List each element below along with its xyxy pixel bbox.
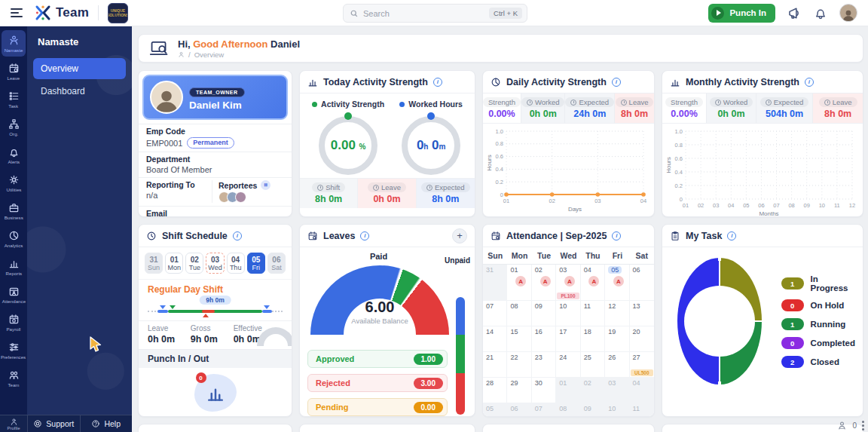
sidebar-item-overview[interactable]: Overview (33, 58, 126, 79)
calendar-day-02[interactable]: 02 (581, 378, 605, 403)
sidebar-rail-item-utilities[interactable]: Utilities (2, 170, 26, 196)
calendar-day-01[interactable]: 01 (556, 378, 580, 403)
calendar-day-27[interactable]: 27UL500 (630, 352, 654, 378)
sidebar-item-dashboard[interactable]: Dashboard (33, 81, 126, 102)
calendar-day-02[interactable]: 02A (532, 265, 556, 301)
shift-day-wed[interactable]: 03Wed (206, 253, 224, 274)
more-options-kebab-icon[interactable] (862, 421, 864, 430)
info-icon[interactable] (360, 231, 369, 241)
calendar-day-07[interactable]: 07 (483, 301, 507, 326)
user-avatar[interactable] (839, 4, 857, 22)
calendar-day-06[interactable]: 06 (630, 265, 654, 301)
search-input[interactable] (363, 9, 484, 18)
calendar-day-03[interactable]: 03 (605, 378, 629, 403)
sidebar-rail-item-attendance[interactable]: Attendance (2, 281, 26, 308)
svg-text:0.2: 0.2 (496, 179, 503, 185)
partial-card (299, 424, 475, 432)
payroll-calendar-icon (8, 314, 20, 325)
calendar-day-06[interactable]: 06 (507, 403, 531, 417)
app-logo[interactable]: Team (35, 5, 89, 21)
calendar-day-25[interactable]: 25 (581, 352, 605, 378)
info-icon[interactable] (233, 231, 242, 241)
sidebar-rail-item-task[interactable]: Task (2, 86, 26, 112)
sidebar-rail-item-preferences[interactable]: Preferences (2, 337, 26, 363)
info-icon[interactable] (727, 231, 736, 241)
calendar-day-17[interactable]: 17 (556, 326, 580, 352)
calendar-day-28[interactable]: 28 (483, 378, 507, 403)
reportees-avatars[interactable] (219, 191, 284, 203)
calendar-day-14[interactable]: 14 (483, 326, 507, 352)
sidebar-rail-item-reports[interactable]: Reports (2, 253, 26, 280)
svg-text:04: 04 (728, 202, 734, 209)
calendar-day-08[interactable]: 08 (507, 301, 531, 326)
shift-day-sun[interactable]: 31Sun (145, 253, 163, 274)
announcements-megaphone-icon[interactable] (787, 6, 802, 20)
calendar-day-10[interactable]: 10 (605, 403, 629, 417)
shift-day-sat[interactable]: 06Sat (267, 253, 286, 274)
sidebar-rail-item-payroll[interactable]: Payroll (2, 309, 26, 335)
shift-duration-badge: 9h 0m (199, 296, 231, 305)
sidebar-rail-item-team[interactable]: Team (2, 365, 26, 391)
calendar-day-30[interactable]: 30 (532, 378, 556, 403)
reporting-row: Reporting To n/a Reportees ⌗ (139, 177, 292, 206)
calendar-day-11[interactable]: 11 (630, 403, 654, 417)
calendar-day-31[interactable]: 31 (483, 265, 507, 301)
sidebar-rail-item-leave[interactable]: Leave (2, 58, 26, 84)
calendar-day-13[interactable]: 13 (630, 301, 654, 326)
calendar-day-01[interactable]: 01A (507, 265, 531, 301)
company-logo-badge[interactable]: UNIQUE SOLUTIONS (108, 3, 128, 23)
calendar-day-23[interactable]: 23 (532, 352, 556, 378)
global-search[interactable]: Ctrl + K (343, 4, 527, 23)
stat-leave: Leave8h 0m (615, 93, 654, 123)
calendar-day-09[interactable]: 09 (532, 301, 556, 326)
sidebar-rail-item-namaste[interactable]: Namaste (2, 30, 26, 57)
calendar-day-26[interactable]: 26 (605, 352, 629, 378)
calendar-day-20[interactable]: 20 (630, 326, 654, 352)
shift-day-thu[interactable]: 04Thu (227, 253, 245, 274)
svg-text:Days: Days (568, 206, 582, 213)
sidebar-rail-item-org[interactable]: Org. (2, 114, 26, 140)
shift-day-tue[interactable]: 02Tue (185, 253, 203, 274)
weekday-sun: Sun (483, 247, 507, 264)
shift-day-mon[interactable]: 01Mon (165, 253, 183, 274)
support-button[interactable]: Support (27, 415, 80, 432)
shift-day-fri[interactable]: 05Fri (247, 253, 265, 274)
info-icon[interactable] (612, 78, 621, 87)
help-button[interactable]: Help (80, 415, 133, 432)
svg-text:06: 06 (758, 202, 764, 209)
profile-hero[interactable]: TEAM_OWNER Daniel Kim (142, 75, 288, 120)
calendar-day-07[interactable]: 07 (532, 403, 556, 417)
calendar-day-12[interactable]: 12 (605, 301, 629, 326)
calendar-day-19[interactable]: 19 (605, 326, 629, 352)
punch-in-button[interactable]: Punch In (708, 4, 775, 23)
calendar-day-16[interactable]: 16 (532, 326, 556, 352)
calendar-day-04[interactable]: 04A (581, 265, 605, 301)
calendar-day-18[interactable]: 18 (581, 326, 605, 352)
calendar-day-05[interactable]: 05A (605, 265, 629, 301)
calendar-day-24[interactable]: 24 (556, 352, 580, 378)
calendar-day-21[interactable]: 21 (483, 352, 507, 378)
info-icon[interactable] (805, 78, 814, 87)
hierarchy-icon[interactable]: ⌗ (261, 180, 270, 190)
calendar-day-08[interactable]: 08 (556, 403, 580, 417)
calendar-day-04[interactable]: 04 (630, 378, 654, 403)
sidebar-item-profile[interactable]: Profile (0, 415, 27, 432)
info-icon[interactable] (433, 78, 442, 87)
add-leave-button[interactable]: + (452, 228, 467, 244)
calendar-day-15[interactable]: 15 (507, 326, 531, 352)
calendar-day-10[interactable]: 10 (556, 301, 580, 326)
calendar-day-11[interactable]: 11 (581, 301, 605, 326)
sidebar-rail-item-analytics[interactable]: Analytics (2, 225, 26, 252)
sidebar-rail-item-alerts[interactable]: Alerts (2, 142, 26, 168)
notifications-bell-icon[interactable] (814, 6, 827, 20)
calendar-day-03[interactable]: 03APL100 (556, 265, 580, 301)
calendar-day-29[interactable]: 29 (507, 378, 531, 403)
calendar-day-05[interactable]: 05 (483, 403, 507, 417)
calendar-day-09[interactable]: 09 (581, 403, 605, 417)
hamburger-menu-icon[interactable] (11, 8, 23, 17)
info-icon[interactable] (612, 231, 621, 241)
breadcrumb-current[interactable]: Overview (194, 51, 225, 59)
calendar-day-22[interactable]: 22 (507, 352, 531, 378)
sidebar-rail-item-business[interactable]: Business (2, 198, 26, 224)
weekday-wed: Wed (556, 247, 580, 264)
